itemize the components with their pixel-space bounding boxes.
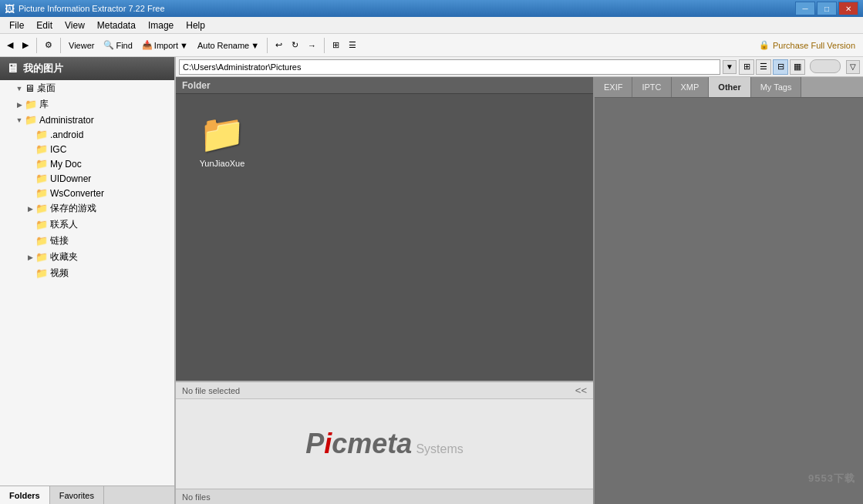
tab-favorites[interactable]: Favorites: [50, 486, 104, 504]
view-buttons: ⊞ ☰ ⊟ ▦: [739, 59, 844, 75]
zoom-slider[interactable]: [810, 59, 841, 73]
address-dropdown-button[interactable]: ▼: [723, 60, 737, 74]
tree-item-links[interactable]: 📁 链接: [0, 233, 174, 249]
import-label: Import: [154, 41, 178, 50]
import-icon: 📥: [142, 40, 153, 50]
maximize-button[interactable]: □: [817, 2, 837, 15]
tree-area[interactable]: ▼ 🖥 桌面 ▶ 📁 库 ▼ 📁 Administrator 📁 .androi…: [0, 80, 174, 486]
address-bar: ▼ ⊞ ☰ ⊟ ▦ ▽: [176, 57, 863, 77]
folder-yunjiaoxue[interactable]: 📁 YunJiaoXue: [191, 109, 253, 171]
purchase-label: Purchase Full Version: [773, 41, 855, 50]
folder-icon: 📁: [35, 251, 48, 263]
find-label: Find: [116, 41, 132, 50]
admin-folder-icon: 📁: [25, 114, 37, 126]
menu-file[interactable]: File: [3, 17, 30, 33]
auto-rename-button[interactable]: Auto Rename ▼: [194, 36, 263, 55]
tree-item-favorites[interactable]: ▶ 📁 收藏夹: [0, 249, 174, 265]
expand-icon: [25, 190, 35, 197]
folder-icon-large: 📁: [199, 113, 245, 156]
expand-icon: ▼: [14, 85, 25, 92]
column-header: Folder: [176, 77, 593, 94]
status-text: No file selected: [182, 386, 240, 395]
watermark: 9553下载: [808, 472, 855, 486]
settings-button[interactable]: ⚙: [41, 36, 56, 55]
meta-tab-mytags[interactable]: My Tags: [751, 77, 802, 97]
meta-tab-exif[interactable]: EXIF: [595, 77, 632, 97]
toolbar: ◀ ▶ ⚙ Viewer 🔍 Find 📥 Import ▼ Auto Rena…: [0, 34, 863, 57]
expand-icon: ▼: [14, 116, 25, 124]
tree-item-administrator[interactable]: ▼ 📁 Administrator: [0, 113, 174, 127]
forward-button[interactable]: ▶: [19, 36, 32, 55]
address-input[interactable]: [179, 59, 720, 75]
import-button[interactable]: 📥 Import ▼: [138, 36, 192, 55]
viewer-button[interactable]: Viewer: [65, 36, 98, 55]
panel-header-title: 我的图片: [23, 62, 63, 76]
view-btn-tiles[interactable]: ▦: [790, 59, 805, 75]
file-area[interactable]: 📁 YunJiaoXue: [176, 94, 593, 381]
meta-tab-iptc[interactable]: IPTC: [632, 77, 671, 97]
folder-icon: 📁: [35, 219, 48, 230]
view-btn-details[interactable]: ⊟: [773, 59, 788, 75]
grid-btn[interactable]: ⊞: [329, 36, 343, 55]
separator-4: [324, 38, 325, 53]
list-btn[interactable]: ☰: [345, 36, 360, 55]
tree-label: Administrator: [39, 115, 94, 126]
action-btn-3[interactable]: →: [304, 36, 320, 55]
tree-item-contacts[interactable]: 📁 联系人: [0, 217, 174, 233]
folder-icon: 📁: [35, 173, 48, 184]
filter-button[interactable]: ▽: [846, 60, 860, 74]
menu-bar: File Edit View Metadata Image Help: [0, 17, 863, 34]
expand-icon: ▶: [25, 205, 35, 213]
meta-panel: EXIF IPTC XMP Other My Tags: [593, 77, 863, 504]
tab-folders[interactable]: Folders: [0, 486, 50, 504]
folder-name: YunJiaoXue: [200, 159, 245, 168]
purchase-button[interactable]: 🔒 Purchase Full Version: [754, 39, 860, 52]
panel-header: 🖥 我的图片: [0, 57, 174, 80]
expand-icon: [25, 221, 35, 229]
logo-systems: Systems: [416, 442, 463, 456]
view-btn-list[interactable]: ☰: [756, 59, 771, 75]
menu-image[interactable]: Image: [142, 17, 180, 33]
folder-icon: 📁: [35, 158, 48, 170]
menu-edit[interactable]: Edit: [30, 17, 59, 33]
tree-item-library[interactable]: ▶ 📁 库: [0, 96, 174, 113]
desktop-icon: 🖥: [25, 82, 35, 94]
expand-icon: ▶: [25, 254, 35, 261]
tree-label: WsConverter: [50, 188, 104, 199]
tree-item-igc[interactable]: 📁 IGC: [0, 142, 174, 156]
back-button[interactable]: ◀: [3, 36, 17, 55]
tree-item-mydoc[interactable]: 📁 My Doc: [0, 156, 174, 171]
tree-label: 视频: [50, 267, 69, 280]
import-dropdown-icon: ▼: [180, 41, 188, 50]
app-title: Picture Information Extractor 7.22 Free: [19, 4, 795, 13]
expand-icon: [25, 160, 35, 168]
expand-button[interactable]: <<: [575, 385, 587, 396]
action-btn-1[interactable]: ↩: [271, 36, 286, 55]
folder-icon: 📁: [35, 267, 48, 279]
find-button[interactable]: 🔍 Find: [99, 36, 136, 55]
menu-help[interactable]: Help: [180, 17, 211, 33]
app-icon: 🖼: [5, 3, 15, 15]
action-btn-2[interactable]: ↻: [288, 36, 302, 55]
close-button[interactable]: ✕: [838, 2, 858, 15]
tree-item-saved-games[interactable]: ▶ 📁 保存的游戏: [0, 200, 174, 217]
view-btn-grid[interactable]: ⊞: [739, 59, 754, 75]
meta-tab-xmp[interactable]: XMP: [672, 77, 710, 97]
tree-label: 桌面: [37, 82, 56, 95]
tree-item-uidowner[interactable]: 📁 UIDowner: [0, 171, 174, 186]
menu-metadata[interactable]: Metadata: [91, 17, 142, 33]
tree-item-wsconverter[interactable]: 📁 WsConverter: [0, 186, 174, 200]
tree-item-videos[interactable]: 📁 视频: [0, 265, 174, 281]
action-icon-2: ↻: [292, 40, 298, 50]
tree-item-android[interactable]: 📁 .android: [0, 127, 174, 142]
purchase-icon: 🔒: [759, 40, 770, 50]
minimize-button[interactable]: ─: [795, 2, 815, 15]
menu-view[interactable]: View: [59, 17, 91, 33]
expand-icon: ▶: [14, 101, 25, 109]
logo-container: Picmeta Systems: [305, 428, 463, 460]
folder-icon: 📁: [35, 129, 48, 140]
forward-icon: ▶: [22, 40, 29, 50]
meta-tab-other[interactable]: Other: [709, 77, 750, 97]
tree-item-desktop[interactable]: ▼ 🖥 桌面: [0, 80, 174, 96]
left-panel: 🖥 我的图片 ▼ 🖥 桌面 ▶ 📁 库 ▼ 📁 Administrator 📁: [0, 57, 176, 504]
